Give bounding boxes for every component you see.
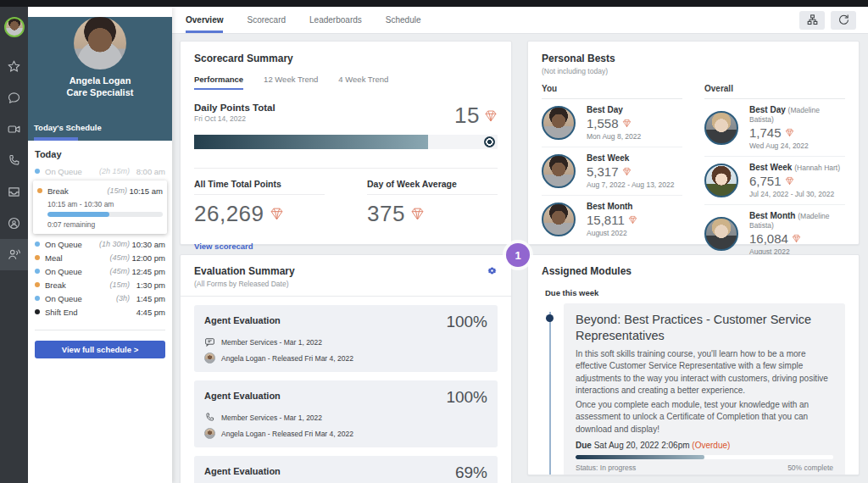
- view-scorecard-link[interactable]: View scorecard: [194, 242, 253, 251]
- evaluation-title: Agent Evaluation: [204, 464, 281, 476]
- due-this-week-label: Due this week: [545, 288, 845, 297]
- best-value: 6,751: [749, 174, 782, 188]
- tab-schedule[interactable]: Schedule: [386, 7, 421, 33]
- tab-scorecard[interactable]: Scorecard: [247, 7, 286, 33]
- best-week-row: Best Week (Hannah Hart) 6,751 Jul 24, 20…: [704, 157, 845, 205]
- best-title: Best Day: [587, 105, 641, 114]
- column-header: You: [542, 84, 682, 99]
- best-value: 16,084: [749, 231, 788, 246]
- best-date: Aug 7, 2022 - Aug 13, 2022: [587, 180, 675, 189]
- schedule-label: On Queue: [45, 167, 82, 176]
- evaluation-summary-card: Evaluation Summary (All Forms by Release…: [180, 254, 512, 483]
- module-status: Status: In progress: [576, 464, 636, 472]
- schedule-time: 4:45 pm: [130, 308, 165, 317]
- tab-performance[interactable]: Performance: [194, 75, 243, 90]
- best-week-row: Best Week 5,317 Aug 7, 2022 - Aug 13, 20…: [542, 147, 682, 196]
- best-title: Best Month: [749, 211, 795, 220]
- evaluation-settings-button[interactable]: [487, 265, 498, 276]
- tab-overview[interactable]: Overview: [186, 7, 223, 33]
- evaluation-agent: Angela Logan - Released Fri Mar 4, 2022: [221, 354, 353, 363]
- inbox-nav[interactable]: [0, 176, 28, 208]
- tab-leaderboards[interactable]: Leaderboards: [309, 7, 362, 33]
- avatar: [704, 217, 738, 251]
- gem-icon: [792, 234, 801, 243]
- best-day-row: Best Day (Madeline Batista) 1,745 Wed Au…: [704, 99, 845, 157]
- schedule-duration: (45m): [109, 267, 130, 275]
- daily-points-progress-fill: [194, 135, 428, 149]
- gem-icon: [410, 207, 425, 221]
- gem-icon: [270, 207, 284, 221]
- video-nav[interactable]: [0, 114, 28, 145]
- profile-role: Care Specialist: [28, 86, 172, 98]
- video-camera-icon: [7, 122, 21, 136]
- module-percent-complete: 50% complete: [787, 464, 833, 472]
- best-date: Jul 24, 2022 - Jul 30, 2022: [749, 190, 840, 198]
- gem-icon: [628, 215, 637, 225]
- tab-4-week-trend[interactable]: 4 Week Trend: [338, 75, 388, 90]
- refresh-icon: [837, 14, 850, 26]
- gear-icon: [487, 265, 498, 276]
- schedule-time: 12:45 pm: [130, 267, 165, 276]
- module-item[interactable]: Beyond: Best Practices - Customer Servic…: [564, 303, 845, 475]
- on-queue-dot: [35, 242, 40, 247]
- daily-points-progress-track: [194, 135, 498, 149]
- best-value: 5,317: [587, 164, 619, 179]
- schedule-row: On Queue (3h) 1:45 pm: [32, 291, 168, 305]
- agent-headset-icon: [7, 216, 21, 230]
- best-holder: (Hannah Hart): [794, 164, 840, 172]
- due-label: Due: [576, 441, 592, 450]
- daily-points-value: 15: [454, 103, 480, 129]
- schedule-row: Shift End 4:45 pm: [32, 305, 168, 319]
- schedule-label: Shift End: [45, 308, 78, 317]
- overdue-flag: (Overdue): [692, 441, 730, 450]
- schedule-label: Break: [47, 186, 69, 196]
- profile-name: Angela Logan: [28, 75, 172, 86]
- schedule-row: On Queue (45m) 12:45 pm: [32, 264, 168, 278]
- gem-icon: [785, 128, 794, 137]
- daily-points-date: Fri Oct 14, 2022: [194, 114, 275, 123]
- schedule-row: Break (15m) 10:15 am: [37, 184, 163, 197]
- evaluation-item[interactable]: Agent Evaluation 100% Member Services - …: [194, 380, 498, 447]
- todays-schedule-tab[interactable]: Today's Schedule: [34, 123, 102, 132]
- evaluation-score: 100%: [446, 388, 487, 407]
- module-progress-track: [576, 455, 833, 459]
- schedule-label: Meal: [45, 253, 63, 263]
- current-activity-card[interactable]: Break (15m) 10:15 am 10:15 am - 10:30 am…: [33, 180, 167, 234]
- schedule-time: 1:45 pm: [130, 294, 165, 303]
- evaluation-item[interactable]: Agent Evaluation 69% Member Services - M…: [194, 456, 498, 483]
- hierarchy-button[interactable]: [799, 11, 825, 30]
- gem-icon: [622, 119, 632, 128]
- schedule-duration: (15m): [107, 186, 127, 195]
- card-title: Assigned Modules: [542, 265, 845, 277]
- activity-nav[interactable]: [0, 239, 28, 270]
- best-date: August 2022: [587, 229, 637, 237]
- evaluation-divider: [181, 296, 511, 297]
- phone-icon: [204, 412, 215, 423]
- schedule-day-header: Today: [35, 149, 168, 159]
- evaluation-score: 69%: [455, 464, 487, 482]
- best-title: Best Day: [749, 105, 786, 114]
- schedule-row: On Queue (2h 15m) 8:00 am: [32, 164, 168, 178]
- evaluation-queue: Member Services - Mar 1, 2022: [221, 414, 322, 422]
- target-icon[interactable]: [484, 136, 495, 147]
- gem-icon: [484, 109, 498, 123]
- schedule-time: 10:15 am: [127, 186, 163, 196]
- view-full-schedule-button[interactable]: View full schedule >: [35, 341, 165, 358]
- schedule-list: Today On Queue (2h 15m) 8:00 am Break (1…: [28, 141, 172, 358]
- app-icon-rail: [0, 7, 28, 483]
- best-value: 1,745: [749, 125, 782, 140]
- evaluation-item[interactable]: Agent Evaluation 100% Member Services - …: [194, 305, 498, 372]
- calls-nav[interactable]: [0, 145, 28, 176]
- scorecard-divider: [194, 168, 498, 169]
- agent-support-nav[interactable]: [0, 208, 28, 239]
- chat-nav[interactable]: [0, 82, 28, 114]
- favorites-nav[interactable]: [0, 51, 28, 82]
- schedule-duration: (1h 30m): [99, 240, 130, 248]
- guide-step-badge[interactable]: 1: [506, 243, 530, 267]
- tab-12-week-trend[interactable]: 12 Week Trend: [264, 75, 318, 90]
- main-tabs: Overview Scorecard Leaderboards Schedule: [186, 7, 420, 33]
- module-description: Once you complete each module, test your…: [576, 399, 833, 436]
- refresh-button[interactable]: [831, 11, 856, 30]
- user-avatar[interactable]: [4, 17, 25, 37]
- all-time-points-label: All Time Total Points: [194, 179, 325, 195]
